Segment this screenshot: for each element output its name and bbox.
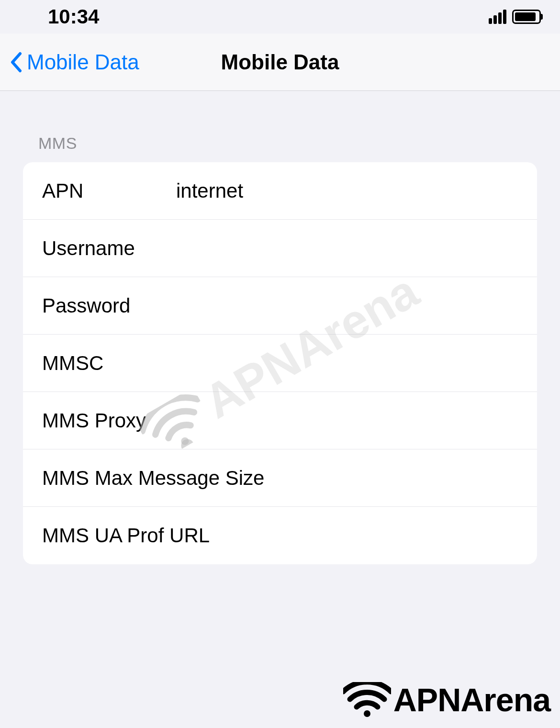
wifi-icon <box>343 682 391 718</box>
back-button[interactable]: Mobile Data <box>10 50 139 74</box>
mms-ua-prof-input[interactable] <box>210 524 518 547</box>
password-input[interactable] <box>176 294 518 317</box>
chevron-left-icon <box>10 52 22 73</box>
mms-ua-prof-row[interactable]: MMS UA Prof URL <box>23 507 537 564</box>
mms-max-size-input[interactable] <box>264 467 518 490</box>
status-bar: 10:34 <box>0 0 560 34</box>
battery-icon <box>512 10 541 24</box>
apn-label: APN <box>42 179 176 202</box>
mms-ua-prof-label: MMS UA Prof URL <box>42 524 210 547</box>
password-label: Password <box>42 294 176 317</box>
page-title: Mobile Data <box>221 50 339 74</box>
back-label: Mobile Data <box>27 50 139 74</box>
mms-proxy-label: MMS Proxy <box>42 409 146 432</box>
navigation-bar: Mobile Data Mobile Data <box>0 34 560 91</box>
apn-input[interactable] <box>176 179 518 202</box>
apnarena-logo: APNArena <box>343 681 550 718</box>
status-indicators <box>489 10 541 24</box>
username-input[interactable] <box>176 237 518 260</box>
mms-settings-group: APN Username Password MMSC MMS Proxy MMS… <box>23 162 537 564</box>
username-label: Username <box>42 237 176 260</box>
password-row[interactable]: Password <box>23 277 537 335</box>
mms-max-size-row[interactable]: MMS Max Message Size <box>23 449 537 507</box>
mmsc-label: MMSC <box>42 352 176 375</box>
mmsc-row[interactable]: MMSC <box>23 335 537 392</box>
svg-point-1 <box>364 710 370 717</box>
apn-row[interactable]: APN <box>23 162 537 220</box>
mmsc-input[interactable] <box>176 352 518 375</box>
mms-proxy-row[interactable]: MMS Proxy <box>23 392 537 449</box>
status-time: 10:34 <box>48 5 99 28</box>
username-row[interactable]: Username <box>23 220 537 277</box>
mms-max-size-label: MMS Max Message Size <box>42 467 264 490</box>
cellular-signal-icon <box>489 10 506 24</box>
mms-proxy-input[interactable] <box>146 409 518 432</box>
section-header-mms: MMS <box>23 91 537 162</box>
